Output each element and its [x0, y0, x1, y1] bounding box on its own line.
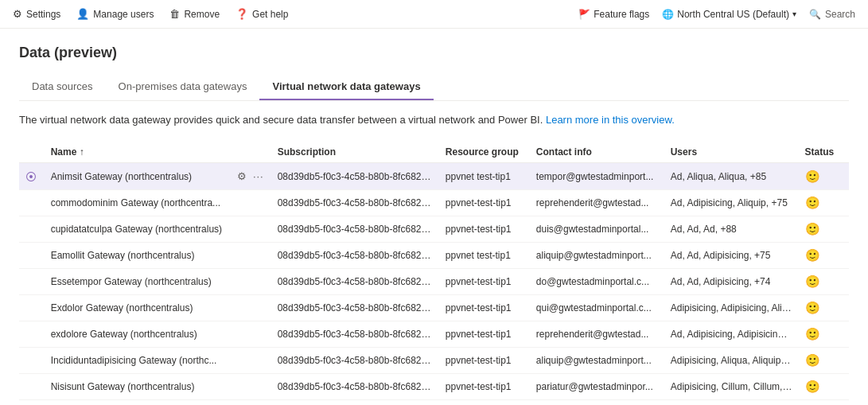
row-actions	[229, 190, 271, 216]
table-row[interactable]: ⦿Animsit Gateway (northcentralus) ⚙ ··· …	[19, 163, 849, 190]
row-resource-group: ppvnet-test-tip1	[439, 374, 530, 400]
row-status: 🙂	[799, 295, 849, 321]
table-row[interactable]: Exdolor Gateway (northcentralus)08d39db5…	[19, 295, 849, 321]
row-subscription: 08d39db5-f0c3-4c58-b80b-8fc682cf67c1	[271, 163, 439, 190]
row-name[interactable]: Eamollit Gateway (northcentralus)	[45, 243, 229, 269]
tab-data-sources[interactable]: Data sources	[19, 74, 106, 100]
manage-users-nav[interactable]: 👤 Manage users	[76, 8, 154, 20]
row-name[interactable]: Animsit Gateway (northcentralus)	[45, 163, 229, 190]
get-help-nav[interactable]: ❓ Get help	[235, 8, 288, 20]
page-title: Data (preview)	[19, 45, 849, 61]
status-ok-icon: 🙂	[805, 327, 820, 341]
col-header-actions	[229, 142, 271, 163]
search-button[interactable]: 🔍 Search	[809, 9, 855, 20]
row-contact: qui@gwtestadminportal.c...	[530, 295, 664, 321]
row-status: 🙂	[799, 269, 849, 295]
manage-users-label: Manage users	[93, 9, 154, 20]
table-row[interactable]: Incididuntadipisicing Gateway (northc...…	[19, 348, 849, 374]
feature-flags-button[interactable]: 🚩 Feature flags	[578, 9, 649, 20]
tab-virtual-network-gateways[interactable]: Virtual network data gateways	[259, 74, 433, 100]
row-selected-indicator	[19, 243, 45, 269]
table-row[interactable]: Essetempor Gateway (northcentralus)08d39…	[19, 269, 849, 295]
col-header-subscription[interactable]: Subscription	[271, 142, 439, 163]
row-settings-icon[interactable]: ⚙	[235, 169, 248, 184]
status-ok-icon: 🙂	[805, 380, 820, 393]
col-header-resource-group[interactable]: Resource group	[439, 142, 530, 163]
status-ok-icon: 🙂	[805, 222, 820, 236]
row-name[interactable]: Exdolor Gateway (northcentralus)	[45, 295, 229, 321]
learn-more-link[interactable]: Learn more in this overview.	[546, 114, 675, 126]
row-selected-indicator: ⦿	[19, 163, 45, 190]
row-subscription: 08d39db5-f0c3-4c58-b80b-8fc682cf67c1	[271, 243, 439, 269]
table-row[interactable]: nostrudfugiat Gateway (northcentralus)08…	[19, 400, 849, 406]
col-header-contact[interactable]: Contact info	[530, 142, 664, 163]
row-status: 🙂	[799, 374, 849, 400]
table-row[interactable]: exdolore Gateway (northcentralus)08d39db…	[19, 321, 849, 348]
search-icon: 🔍	[809, 9, 821, 20]
col-header-name[interactable]: Name ↑	[45, 142, 229, 163]
row-status: 🙂	[799, 216, 849, 243]
table-row[interactable]: Eamollit Gateway (northcentralus)08d39db…	[19, 243, 849, 269]
row-selected-indicator	[19, 374, 45, 400]
col-header-status[interactable]: Status	[799, 142, 849, 163]
row-selected-indicator	[19, 216, 45, 243]
settings-label: Settings	[26, 9, 60, 20]
table-row[interactable]: commodominim Gateway (northcentra...08d3…	[19, 190, 849, 216]
row-resource-group: ppvnet-test-tip1	[439, 190, 530, 216]
row-contact: pariatur@gwtestadminpor...	[530, 374, 664, 400]
top-bar: ⚙ Settings 👤 Manage users 🗑 Remove ❓ Get…	[0, 0, 868, 29]
row-actions	[229, 243, 271, 269]
table-row[interactable]: Nisisunt Gateway (northcentralus)08d39db…	[19, 374, 849, 400]
remove-icon: 🗑	[169, 8, 180, 20]
feature-flags-icon: 🚩	[578, 9, 590, 20]
status-ok-icon: 🙂	[805, 196, 820, 209]
row-resource-group: ppvnet-test-tip1	[439, 348, 530, 374]
row-users: Ad, Ad, Adipisicing, +74	[664, 269, 799, 295]
row-name[interactable]: Nisisunt Gateway (northcentralus)	[45, 374, 229, 400]
chevron-down-icon: ▾	[792, 10, 796, 18]
top-bar-right: 🚩 Feature flags 🌐 North Central US (Defa…	[578, 9, 855, 20]
row-selected-indicator	[19, 400, 45, 406]
settings-nav[interactable]: ⚙ Settings	[13, 8, 60, 20]
row-actions	[229, 295, 271, 321]
col-header-users[interactable]: Users	[664, 142, 799, 163]
search-label: Search	[825, 9, 855, 20]
remove-nav[interactable]: 🗑 Remove	[169, 8, 220, 20]
page-content: Data (preview) Data sources On-premises …	[0, 29, 868, 405]
row-name[interactable]: Essetempor Gateway (northcentralus)	[45, 269, 229, 295]
row-subscription: 08d39db5-f0c3-4c58-b80b-8fc682cf67c1	[271, 348, 439, 374]
region-icon: 🌐	[662, 9, 674, 20]
row-resource-group: ppvnet test-tip1	[439, 163, 530, 190]
region-selector[interactable]: 🌐 North Central US (Default) ▾	[662, 9, 796, 20]
top-bar-left: ⚙ Settings 👤 Manage users 🗑 Remove ❓ Get…	[13, 8, 288, 20]
row-contact: tempor@gwtestadminport...	[530, 163, 664, 190]
row-contact: aliquip@gwtestadminport...	[530, 243, 664, 269]
row-subscription: 08d39db5-f0c3-4c58-b80b-8fc682cf67c1	[271, 269, 439, 295]
row-users: Adipisicing, Cillum, Cillum, +74	[664, 374, 799, 400]
row-selected-indicator	[19, 190, 45, 216]
table-row[interactable]: cupidatatculpa Gateway (northcentralus)0…	[19, 216, 849, 243]
tab-bar: Data sources On-premises data gateways V…	[19, 74, 849, 101]
table-header-row: Name ↑ Subscription Resource group Conta…	[19, 142, 849, 163]
row-actions	[229, 269, 271, 295]
row-selected-indicator	[19, 348, 45, 374]
row-users: Ad, Ad, Ad, +88	[664, 216, 799, 243]
tab-on-premises-gateways[interactable]: On-premises data gateways	[106, 74, 260, 100]
row-actions	[229, 321, 271, 348]
row-subscription: 08d39db5-f0c3-4c58-b80b-8fc682cf67c1	[271, 190, 439, 216]
row-name[interactable]: cupidatatculpa Gateway (northcentralus)	[45, 216, 229, 243]
row-name[interactable]: Incididuntadipisicing Gateway (northc...	[45, 348, 229, 374]
selected-check-icon: ⦿	[25, 170, 37, 183]
status-ok-icon: 🙂	[805, 301, 820, 314]
status-ok-icon: 🙂	[805, 248, 820, 262]
row-name[interactable]: commodominim Gateway (northcentra...	[45, 190, 229, 216]
settings-icon: ⚙	[13, 8, 22, 20]
row-name[interactable]: exdolore Gateway (northcentralus)	[45, 321, 229, 348]
row-actions	[229, 216, 271, 243]
row-name[interactable]: nostrudfugiat Gateway (northcentralus)	[45, 400, 229, 406]
row-status: 🙂	[799, 190, 849, 216]
feature-flags-label: Feature flags	[594, 9, 649, 20]
description-text: The virtual network data gateway provide…	[19, 114, 849, 126]
row-more-icon[interactable]: ···	[251, 169, 266, 184]
row-users: Adipisicing, Adipisicing, Aliqua, +84	[664, 295, 799, 321]
